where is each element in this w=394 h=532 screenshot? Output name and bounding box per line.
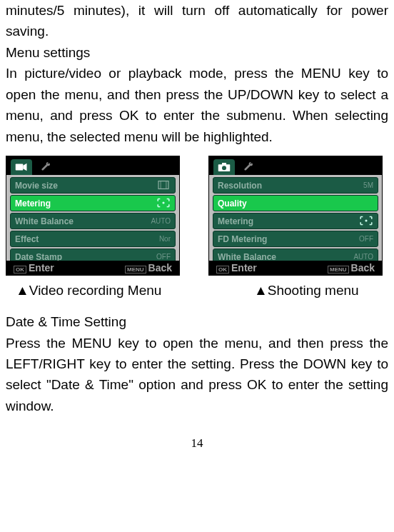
wrench-icon (39, 161, 52, 173)
menu-item-label: Resolution (218, 181, 262, 191)
svg-point-9 (365, 219, 367, 221)
shooting-menu-screenshot: Resolution5MQualityMeteringFD MeteringOF… (208, 156, 383, 276)
menu-item-label: White Balance (15, 216, 74, 226)
menu-item-value (359, 216, 373, 227)
menu-item-value: 5M (363, 181, 373, 189)
tab-settings[interactable] (35, 159, 56, 175)
menu-item[interactable]: EffectNor (10, 231, 176, 247)
svg-rect-2 (158, 181, 168, 189)
tab-video[interactable] (11, 159, 32, 175)
menu-item-label: Effect (15, 234, 39, 244)
menu-key-icon: MENU (328, 266, 349, 273)
menu-item[interactable]: Metering (213, 213, 378, 229)
menu-item-value: Nor (159, 235, 171, 243)
menu-item-value: OFF (156, 253, 171, 261)
footer-back: MENUBack (328, 262, 375, 273)
heading-menu-settings: Menu settings (6, 42, 388, 63)
menu-item-value (156, 198, 171, 209)
menu-footer: OKEnter MENUBack (209, 261, 382, 275)
menu-item-value: AUTO (151, 217, 171, 225)
paragraph-powersave: minutes/5 minutes), it will turn off aut… (6, 0, 388, 42)
menu-item-value: AUTO (353, 253, 373, 261)
paragraph-menu-settings: In picture/video or playback mode, press… (6, 63, 388, 147)
footer-enter: OKEnter (14, 262, 54, 273)
camera-icon (218, 161, 231, 173)
menu-footer: OKEnter MENUBack (6, 261, 179, 275)
page-number: 14 (6, 436, 388, 451)
svg-point-8 (222, 166, 226, 170)
menu-item-value: OFF (359, 235, 373, 243)
menu-item[interactable]: White BalanceAUTO (10, 213, 176, 229)
svg-rect-0 (16, 164, 24, 171)
footer-enter: OKEnter (216, 262, 257, 273)
svg-point-5 (162, 201, 164, 204)
menu-item-label: Quality (218, 199, 247, 209)
menu-item[interactable]: Quality (213, 195, 378, 211)
menu-item-label: FD Metering (218, 234, 267, 244)
menu-body: Movie sizeMeteringWhite BalanceAUTOEffec… (6, 175, 179, 261)
menu-item[interactable]: Metering (10, 195, 176, 211)
captions-row: ▲Video recording Menu ▲Shooting menu (6, 283, 388, 298)
footer-back: MENUBack (125, 262, 172, 273)
paragraph-date-time: Press the MENU key to open the menu, and… (6, 333, 388, 417)
menus-row: Movie sizeMeteringWhite BalanceAUTOEffec… (6, 156, 388, 276)
video-camera-icon (15, 161, 28, 173)
menu-item[interactable]: FD MeteringOFF (213, 231, 378, 247)
menu-item[interactable]: Resolution5M (213, 177, 378, 194)
tab-photo[interactable] (213, 159, 235, 175)
menu-item-value (156, 180, 171, 191)
menu-body: Resolution5MQualityMeteringFD MeteringOF… (209, 175, 382, 261)
video-menu-screenshot: Movie sizeMeteringWhite BalanceAUTOEffec… (6, 156, 180, 276)
heading-date-time: Date & Time Setting (6, 311, 388, 332)
menu-item-label: Metering (218, 216, 253, 226)
page: minutes/5 minutes), it will turn off aut… (0, 0, 394, 451)
menu-item-label: Movie size (15, 181, 58, 191)
tab-row (6, 156, 179, 175)
caption-video-menu: ▲Video recording Menu (6, 283, 230, 298)
tab-settings[interactable] (238, 159, 259, 175)
svg-marker-1 (23, 164, 26, 171)
ok-key-icon: OK (216, 266, 229, 273)
caption-shooting-menu: ▲Shooting menu (230, 283, 359, 298)
menu-key-icon: MENU (125, 266, 146, 273)
menu-item-label: Metering (15, 199, 51, 209)
wrench-icon (242, 161, 255, 173)
tab-row (209, 156, 382, 175)
svg-rect-7 (222, 163, 226, 165)
menu-item[interactable]: Movie size (10, 177, 176, 194)
ok-key-icon: OK (14, 266, 26, 273)
